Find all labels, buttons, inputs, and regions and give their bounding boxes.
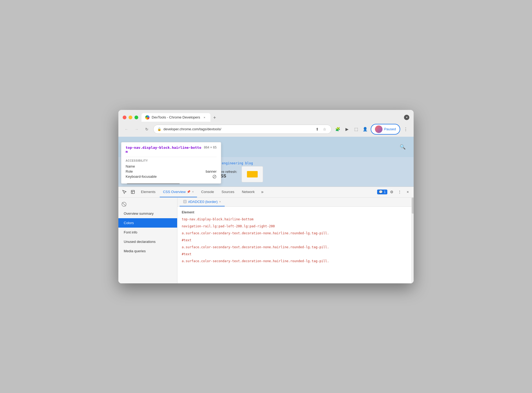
bookmark-icon[interactable]: ☆ [322, 127, 327, 132]
css-overview-close-button[interactable]: × [192, 190, 194, 193]
devtools-main-panel: #DADCE0 (border) × Element top-nav.displ… [177, 198, 411, 283]
chrome-more-icon[interactable]: ⋮ [402, 125, 409, 133]
color-swatch-dadce0 [183, 200, 187, 203]
tab-elements[interactable]: Elements [138, 187, 159, 197]
tooltip-size: 864 × 65 [204, 146, 217, 149]
tab-css-overview[interactable]: CSS Overview 📌 × [160, 187, 197, 197]
sidebar-header [118, 200, 177, 209]
traffic-lights [123, 116, 138, 119]
pin-icon: 📌 [187, 190, 191, 194]
address-input[interactable]: 🔒 developer.chrome.com/tags/devtools/ ⬆ … [153, 125, 331, 134]
minimize-traffic-light[interactable] [129, 116, 132, 119]
element-row-2[interactable]: a.surface.color-secondary-text.decoratio… [177, 230, 411, 237]
tab-network[interactable]: Network [239, 187, 258, 197]
tooltip-role-label: Role [126, 169, 133, 173]
share-icon[interactable]: ⬆ [315, 127, 320, 132]
main-tab-close-button[interactable]: × [219, 200, 221, 203]
element-tooltip: top-nav.display-block.hairline-bottom 86… [121, 142, 221, 184]
extensions-puzzle-icon[interactable]: 🧩 [334, 125, 342, 133]
element-row-4[interactable]: a.surface.color-secondary-text.decoratio… [177, 244, 411, 251]
element-row-5[interactable]: #text [177, 251, 411, 258]
header-search-icon[interactable]: 🔍 [400, 144, 406, 150]
sidebar-item-colors[interactable]: Colors [118, 218, 177, 228]
paused-label: Paused [384, 127, 396, 131]
tooltip-section-title: ACCESSIBILITY [126, 159, 217, 162]
cursor-tool-button[interactable] [121, 188, 128, 196]
tooltip-role-row: Role banner [126, 169, 217, 174]
main-tab-dadce0[interactable]: #DADCE0 (border) × [180, 198, 225, 206]
back-button[interactable]: ← [123, 125, 130, 133]
address-bar: ← → ↻ 🔒 developer.chrome.com/tags/devtoo… [118, 122, 414, 137]
avatar [375, 125, 382, 133]
sidebar-item-media-queries[interactable]: Media queries [118, 246, 177, 256]
tooltip-role-value: banner [206, 169, 216, 173]
issues-badge-count: 1 [384, 190, 386, 194]
tooltip-keyboard-row: Keyboard-focusable [126, 174, 217, 180]
svg-line-1 [213, 175, 216, 178]
tooltip-keyboard-label: Keyboard-focusable [126, 175, 157, 180]
forward-button[interactable]: → [133, 125, 140, 133]
scrollbar-track[interactable] [411, 198, 414, 283]
new-tab-button[interactable]: + [211, 114, 218, 122]
element-row-0[interactable]: top-nav.display-block.hairline-bottom [177, 216, 411, 223]
tabs-row: DevTools - Chrome Developers × + [141, 113, 401, 122]
devtools-toolbar-right: 💬 1 ⚙ ⋮ × [377, 188, 411, 196]
devtools-more-button[interactable]: ⋮ [396, 188, 403, 196]
devtools-settings-button[interactable]: ⚙ [388, 188, 395, 196]
browser-tab[interactable]: DevTools - Chrome Developers × [141, 113, 210, 122]
devtools-toolbar: Elements CSS Overview 📌 × Console Source… [118, 187, 414, 198]
card-thumbnail [242, 166, 263, 182]
no-entry-icon [122, 202, 126, 207]
reload-button[interactable]: ↻ [143, 125, 151, 133]
puzzle-icon[interactable]: ⬚ [352, 125, 360, 133]
sidebar-item-overview-summary[interactable]: Overview summary [118, 209, 177, 218]
tooltip-name-row: Name [126, 164, 217, 169]
element-row-3[interactable]: #text [177, 237, 411, 244]
maximize-traffic-light[interactable] [134, 116, 138, 119]
svg-rect-2 [131, 190, 134, 194]
devtools-sidebar: Overview summary Colors Font info Unused… [118, 198, 177, 283]
issues-badge-icon: 💬 [379, 190, 383, 194]
devtools-close-button[interactable]: × [404, 188, 411, 196]
chrome-menu-icon[interactable]: ▾ [404, 115, 409, 120]
devtools-body: Overview summary Colors Font info Unused… [118, 198, 414, 283]
element-row-6[interactable]: a.surface.color-secondary-text.decoratio… [177, 258, 411, 265]
devtools-panel: Elements CSS Overview 📌 × Console Source… [118, 187, 414, 283]
tooltip-selector: top-nav.display-block.hairline-bottom [126, 146, 201, 154]
tab-console[interactable]: Console [198, 187, 217, 197]
user-icon[interactable]: 👤 [362, 125, 369, 133]
browser-window: DevTools - Chrome Developers × + ▾ ← → ↻… [118, 110, 414, 283]
element-row-1[interactable]: navigation-rail.lg:pad-left-200.lg:pad-r… [177, 223, 411, 230]
elements-list[interactable]: Element top-nav.display-block.hairline-b… [177, 207, 411, 283]
tab-title: DevTools - Chrome Developers [152, 115, 200, 119]
cursor-icon [122, 190, 126, 194]
title-bar: DevTools - Chrome Developers × + ▾ [118, 110, 414, 122]
address-text: developer.chrome.com/tags/devtools/ [163, 127, 312, 131]
tooltip-keyboard-value [212, 175, 217, 180]
scrollbar-thumb[interactable] [412, 198, 414, 214]
sidebar-item-unused-declarations[interactable]: Unused declarations [118, 237, 177, 246]
sidebar-item-font-info[interactable]: Font info [118, 228, 177, 237]
main-tabs-row: #DADCE0 (border) × [177, 198, 411, 207]
tooltip-name-label: Name [126, 164, 135, 168]
more-tabs-button[interactable]: » [259, 187, 266, 197]
tab-close-button[interactable]: × [202, 115, 207, 120]
tooltip-divider [126, 157, 217, 157]
tab-favicon [145, 115, 150, 120]
address-icons: ⬆ ☆ [315, 127, 327, 132]
tab-sources[interactable]: Sources [218, 187, 238, 197]
page-content: ☰ Chrome Developers 🔍 Chrome Canary 95 C… [118, 137, 414, 187]
inspect-icon [131, 190, 135, 194]
no-circle-icon [212, 175, 217, 179]
element-column-header: Element [177, 209, 411, 216]
toolbar-right: 🧩 ▶ ⬚ 👤 Paused ⋮ [334, 124, 409, 135]
issues-badge[interactable]: 💬 1 [377, 190, 387, 194]
inspect-tool-button[interactable] [129, 188, 137, 196]
terminal-icon[interactable]: ▶ [343, 125, 351, 133]
close-traffic-light[interactable] [123, 116, 126, 119]
paused-button[interactable]: Paused [371, 124, 400, 135]
